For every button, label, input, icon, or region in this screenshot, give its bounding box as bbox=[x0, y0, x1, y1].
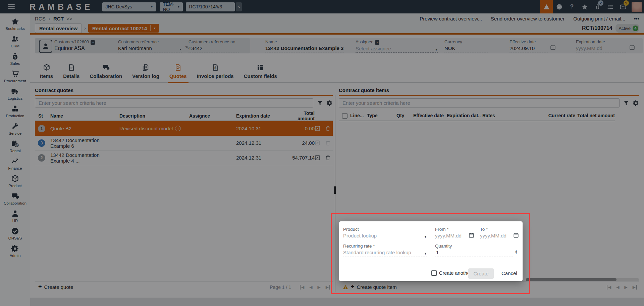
rambase-app: RAMBASE JHC DevSys▼ TEM-NO▼ < ? 2 9 bbox=[0, 0, 644, 306]
modal-backdrop[interactable] bbox=[0, 0, 644, 306]
annotation-highlight-box bbox=[331, 213, 530, 294]
